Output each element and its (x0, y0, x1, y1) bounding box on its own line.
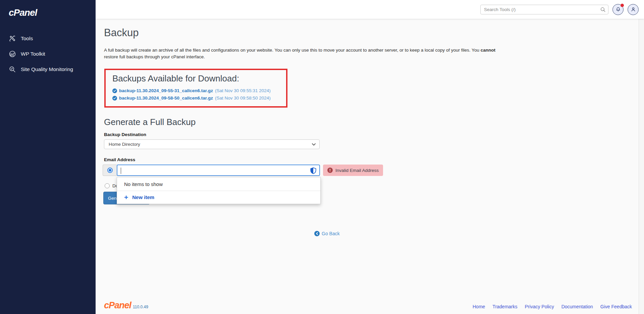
email-input-group (103, 165, 320, 176)
sidebar-nav: Tools WP Toolkit Site Quality Monitoring (0, 31, 96, 77)
page-footer: cPanel 110.0.49 Home Trademarks Privacy … (104, 300, 632, 311)
chevron-down-icon (312, 143, 316, 146)
description-text: A full backup will create an archive of … (104, 48, 481, 53)
plus-icon: + (124, 194, 128, 201)
cpanel-footer-logo: cPanel (104, 300, 131, 311)
backup-file-link[interactable]: backup-11.30.2024_09-55-31_callcen6.tar.… (119, 87, 213, 95)
no-email-radio[interactable] (105, 183, 110, 188)
sidebar-item-label: Site Quality Monitoring (21, 66, 73, 72)
dropdown-empty-message: No items to show (117, 177, 320, 191)
dropdown-new-item[interactable]: + New item (117, 191, 320, 204)
backup-destination-select[interactable]: Home Directory (104, 139, 320, 149)
wordpress-icon (9, 50, 16, 58)
no-email-radio-row: Do (105, 183, 118, 188)
arrow-left-circle-icon (314, 231, 320, 236)
sidebar-item-label: Tools (21, 36, 33, 42)
backups-available-heading: Backups Available for Download: (112, 73, 283, 84)
user-icon (630, 6, 636, 12)
monitor-search-icon (9, 66, 16, 73)
backup-destination-label: Backup Destination (104, 132, 639, 137)
new-item-label: New item (132, 194, 154, 200)
generate-backup-heading: Generate a Full Backup (104, 117, 639, 127)
tools-icon (9, 35, 16, 42)
page-description: A full backup will create an archive of … (104, 47, 535, 60)
email-notify-radio-selected[interactable] (107, 168, 113, 173)
email-error-badge: ! Invalid Email Address (323, 165, 383, 176)
footer-link-give-feedback[interactable]: Give Feedback (600, 304, 632, 309)
description-bold: cannot (481, 48, 495, 53)
cpanel-version: 110.0.49 (133, 305, 148, 309)
error-text: Invalid Email Address (335, 168, 379, 173)
backup-destination-value: Home Directory (109, 142, 140, 147)
email-form-area: ! Invalid Email Address Do Generate Back… (104, 165, 639, 224)
footer-brand: cPanel 110.0.49 (104, 300, 148, 311)
footer-link-trademarks[interactable]: Trademarks (492, 304, 517, 309)
top-header (96, 0, 644, 19)
notifications-button[interactable] (612, 4, 624, 15)
shield-icon (310, 167, 316, 174)
footer-links: Home Trademarks Privacy Policy Documenta… (473, 304, 632, 311)
email-input[interactable] (117, 165, 320, 176)
go-back-link[interactable]: Go Back (314, 231, 340, 236)
text-caret (121, 168, 121, 174)
notification-dot (621, 4, 624, 7)
email-suggestions-dropdown: No items to show + New item (117, 177, 321, 204)
backup-download-row: backup-11.30.2024_09-58-50_callcen6.tar.… (112, 95, 283, 102)
search-box (480, 5, 608, 14)
bell-icon (615, 6, 621, 12)
backup-file-link[interactable]: backup-11.30.2024_09-58-50_callcen6.tar.… (119, 95, 213, 102)
email-radio-addon (103, 165, 117, 176)
error-icon: ! (327, 168, 333, 173)
search-icon (600, 7, 606, 12)
footer-link-home[interactable]: Home (473, 304, 485, 309)
go-back-label: Go Back (322, 231, 340, 236)
footer-link-documentation[interactable]: Documentation (561, 304, 593, 309)
sidebar: cPanel Tools WP Toolkit Site Quality Mon (0, 0, 96, 314)
backups-available-section: Backups Available for Download: backup-1… (104, 69, 287, 108)
cpanel-logo: cPanel (0, 0, 96, 18)
sidebar-item-tools[interactable]: Tools (0, 31, 96, 46)
check-circle-icon (112, 88, 117, 93)
sidebar-item-wp-toolkit[interactable]: WP Toolkit (0, 46, 96, 62)
sidebar-item-label: WP Toolkit (21, 51, 45, 57)
backup-file-date: (Sat Nov 30 09:55:31 2024) (215, 87, 271, 95)
main-content: Backup A full backup will create an arch… (96, 19, 639, 314)
user-menu-button[interactable] (628, 4, 639, 15)
backup-file-date: (Sat Nov 30 09:58:50 2024) (215, 95, 271, 102)
check-circle-icon (112, 96, 117, 101)
page-scrollbar[interactable] (639, 19, 644, 314)
sidebar-item-site-quality-monitoring[interactable]: Site Quality Monitoring (0, 62, 96, 77)
backup-download-row: backup-11.30.2024_09-55-31_callcen6.tar.… (112, 87, 283, 95)
footer-link-privacy-policy[interactable]: Privacy Policy (525, 304, 554, 309)
search-input[interactable] (480, 5, 608, 14)
description-text-2: restore full backups through your cPanel… (104, 54, 205, 59)
page-title: Backup (104, 27, 639, 39)
email-address-label: Email Address (104, 157, 639, 162)
